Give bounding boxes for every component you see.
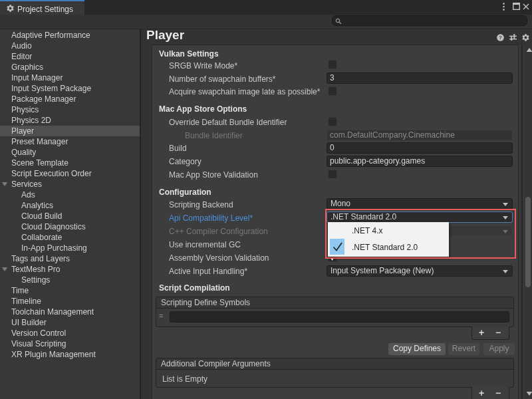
svg-text:?: ? — [499, 35, 502, 41]
